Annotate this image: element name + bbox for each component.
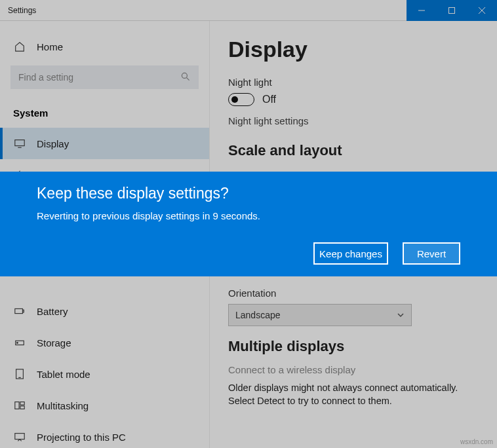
modal-body-prefix: Reverting to previous display settings i… (37, 210, 212, 221)
modal-dim (0, 276, 497, 448)
modal-body-suffix: seconds. (221, 210, 260, 221)
revert-button[interactable]: Revert (403, 242, 460, 265)
modal-body: Reverting to previous display settings i… (37, 210, 460, 221)
modal-title: Keep these display settings? (37, 185, 460, 202)
watermark: wsxdn.com (460, 438, 493, 445)
confirm-display-modal: Keep these display settings? Reverting t… (0, 172, 497, 276)
modal-countdown: 9 (212, 210, 218, 221)
modal-dim (0, 0, 497, 172)
keep-changes-button[interactable]: Keep changes (313, 242, 388, 265)
modal-buttons: Keep changes Revert (313, 242, 460, 265)
